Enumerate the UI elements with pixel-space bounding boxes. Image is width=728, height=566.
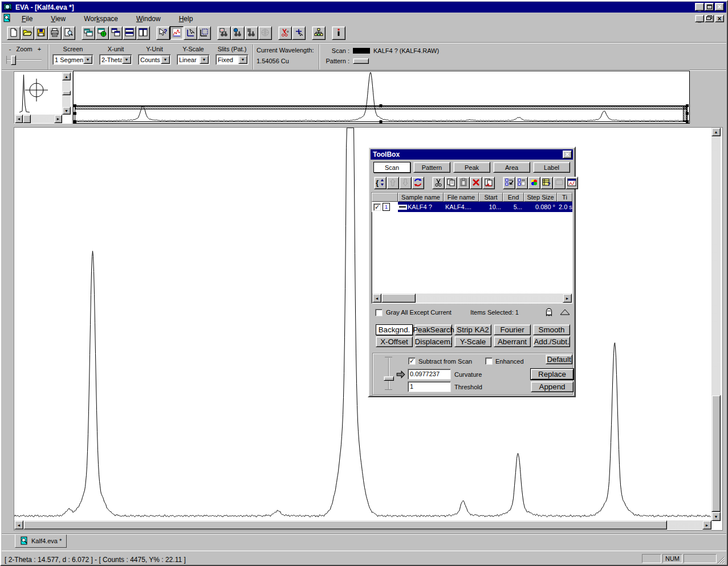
menu-help[interactable]: Help xyxy=(174,14,198,24)
default-button[interactable]: Default xyxy=(546,355,572,364)
menu-file[interactable]: File xyxy=(17,14,38,24)
chevron-down-icon[interactable]: ▼ xyxy=(122,55,131,64)
x-unit-select[interactable]: 2-Theta▼ xyxy=(99,54,132,65)
cascade-windows-button[interactable] xyxy=(109,26,123,40)
delete-button[interactable] xyxy=(470,177,482,189)
zoom-plus-label[interactable]: + xyxy=(38,46,41,52)
scan-toolbox-button[interactable] xyxy=(170,26,184,40)
zoom-minus-label[interactable]: - xyxy=(9,46,11,52)
navigator-vscroll[interactable]: ▲ ▼ xyxy=(62,72,71,115)
displacem-button[interactable]: Displacem. xyxy=(415,336,452,347)
tree-hierarchy-button[interactable] xyxy=(312,26,326,40)
main-chart-canvas[interactable] xyxy=(14,128,711,520)
scroll-left-icon[interactable]: ◄ xyxy=(14,520,23,530)
x-offset-button[interactable]: X-Offset xyxy=(376,336,413,347)
chevron-down-icon[interactable]: ▼ xyxy=(83,55,92,64)
scroll-down-icon[interactable]: ▼ xyxy=(711,512,721,521)
close-button[interactable]: × xyxy=(715,3,724,11)
scan-properties-button[interactable]: ? xyxy=(540,177,553,189)
mdi-restore-button[interactable] xyxy=(705,15,714,22)
scroll-right-icon[interactable]: ► xyxy=(54,115,62,123)
scan-visible-checkbox[interactable]: ✓ xyxy=(373,203,381,211)
aberrant-button[interactable]: Aberrant xyxy=(494,336,531,347)
replace-button[interactable]: Replace xyxy=(531,369,574,380)
tab-label[interactable]: Label xyxy=(533,162,570,173)
column-header-End[interactable]: End xyxy=(503,193,524,202)
navigator-vscroll-thumb[interactable] xyxy=(62,91,71,95)
select-cross-button[interactable] xyxy=(292,26,306,40)
chart-vscroll-thumb[interactable] xyxy=(711,395,721,512)
fourier-button[interactable]: Fourier xyxy=(494,324,531,335)
maximize-button[interactable] xyxy=(705,3,714,11)
export-disabled-button[interactable] xyxy=(553,177,566,189)
gray-all-checkbox[interactable] xyxy=(375,309,383,316)
globe-disabled-button[interactable] xyxy=(258,26,272,40)
column-header-Start[interactable]: Start xyxy=(479,193,503,202)
replace-scan-button[interactable] xyxy=(412,177,424,189)
y-scale-select[interactable]: Linear▼ xyxy=(177,54,210,65)
search-list-button[interactable] xyxy=(245,26,258,40)
reorder-scans-button[interactable]: { xyxy=(374,177,387,189)
chevron-down-icon[interactable]: ▼ xyxy=(200,55,209,64)
title-bar[interactable]: EVA - [Kalf4.eva *] _ × xyxy=(2,2,726,13)
menu-view[interactable]: View xyxy=(46,14,71,24)
append-button[interactable]: Append xyxy=(531,381,574,392)
tab-kalf4[interactable]: Kalf4.eva * xyxy=(15,535,67,548)
collapse-triangle-icon[interactable] xyxy=(560,308,570,316)
column-header-Ti[interactable]: Ti xyxy=(557,193,572,202)
slits-pat--select[interactable]: Fixed▼ xyxy=(215,54,249,65)
scroll-left-icon[interactable]: ◄ xyxy=(372,294,381,303)
overview-chart-canvas[interactable] xyxy=(74,71,689,123)
y-unit-select[interactable]: Counts▼ xyxy=(138,54,171,65)
scroll-right-icon[interactable]: ► xyxy=(563,294,572,303)
paste-button[interactable] xyxy=(457,177,470,189)
menu-workspace[interactable]: Workspace xyxy=(79,14,123,24)
enhanced-checkbox[interactable] xyxy=(485,357,493,365)
document-icon[interactable] xyxy=(3,14,12,23)
context-help-button[interactable]: ? xyxy=(156,26,170,40)
scroll-up-icon[interactable]: ▲ xyxy=(62,72,71,80)
save-disk-button[interactable] xyxy=(34,26,48,40)
tab-pattern[interactable]: Pattern xyxy=(413,162,450,173)
smooth-button[interactable]: Smooth xyxy=(533,324,570,335)
scan-color-swatch[interactable] xyxy=(353,48,370,54)
strip-ka2-button[interactable]: Strip KA2 xyxy=(454,324,491,335)
tab-area[interactable]: Area xyxy=(493,162,530,173)
scroll-down-icon[interactable]: ▼ xyxy=(62,107,71,115)
screen-select[interactable]: 1 Segment▼ xyxy=(52,54,93,65)
tab-scan[interactable]: Scan xyxy=(373,162,410,173)
workspace-globe-button[interactable] xyxy=(95,26,109,40)
pattern-color-swatch[interactable] xyxy=(353,58,369,64)
pointer-axes-button[interactable] xyxy=(184,26,197,40)
overview-chart[interactable] xyxy=(73,71,690,124)
tab-peak[interactable]: Peak xyxy=(453,162,490,173)
column-header-File name[interactable]: File name xyxy=(444,193,479,202)
toolbox-close-button[interactable]: × xyxy=(563,150,572,158)
scan-list-hscroll[interactable]: ◄ ► xyxy=(372,294,572,303)
tile-vertical-button[interactable] xyxy=(136,26,150,40)
info-button[interactable] xyxy=(332,26,345,40)
copy-button[interactable] xyxy=(445,177,457,189)
move-down-button[interactable] xyxy=(399,177,412,189)
peaksearch-button[interactable]: PeakSearch xyxy=(415,324,452,335)
duplicate-button[interactable] xyxy=(482,177,495,189)
curvature-input[interactable]: 0.0977237 xyxy=(408,369,451,380)
new-document-button[interactable] xyxy=(7,26,21,40)
zoom-slider-thumb[interactable] xyxy=(11,55,16,65)
add-subt-button[interactable]: Add./Subt. xyxy=(533,336,570,347)
scroll-left-icon[interactable]: ◄ xyxy=(15,115,23,123)
resize-grip[interactable] xyxy=(717,556,725,564)
zoom-axes-button[interactable] xyxy=(197,26,211,40)
tile-horizontal-button[interactable] xyxy=(123,26,136,40)
mini-map-canvas[interactable] xyxy=(15,72,62,113)
search-scan-button[interactable] xyxy=(217,26,231,40)
search-pattern-button[interactable] xyxy=(231,26,245,40)
threshold-input[interactable]: 1 xyxy=(408,381,451,392)
mdi-close-button[interactable]: × xyxy=(715,15,724,22)
navigator-hscroll[interactable]: ◄ ► xyxy=(15,115,62,123)
subtract-from-scan-checkbox[interactable]: ✓ xyxy=(408,357,416,365)
open-folder-button[interactable] xyxy=(21,26,34,40)
chart-vscroll[interactable]: ▲ ▼ xyxy=(711,128,721,521)
chevron-down-icon[interactable]: ▼ xyxy=(238,55,247,64)
y-scale-button[interactable]: Y-Scale xyxy=(454,336,491,347)
